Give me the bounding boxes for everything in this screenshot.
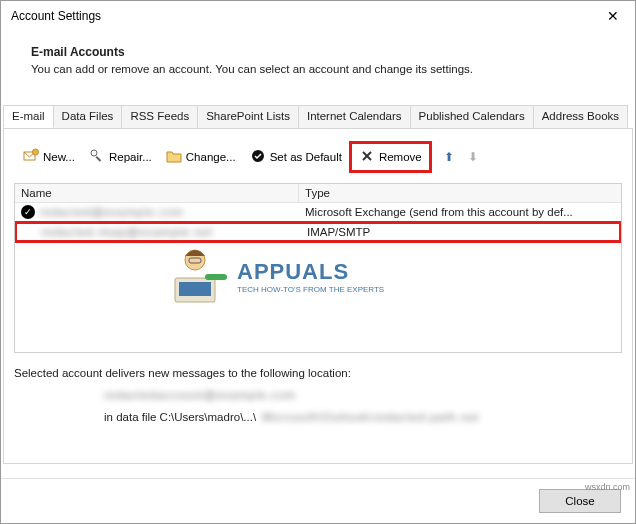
account-name-redacted: redacted@example.com <box>39 206 184 218</box>
default-check-icon: ✓ <box>21 205 35 219</box>
svg-rect-10 <box>189 258 201 263</box>
svg-rect-3 <box>96 156 102 162</box>
section-heading: E-mail Accounts <box>31 45 619 59</box>
tab-data-files[interactable]: Data Files <box>53 105 123 128</box>
svg-rect-8 <box>179 282 211 296</box>
move-up-icon[interactable]: ⬆ <box>440 148 458 166</box>
list-header: Name Type <box>15 184 621 203</box>
envelope-new-icon <box>23 148 39 166</box>
account-list: Name Type ✓ redacted@example.com Microso… <box>14 183 622 353</box>
tab-email[interactable]: E-mail <box>3 105 54 128</box>
repair-account-button[interactable]: Repair... <box>82 144 159 170</box>
move-down-icon[interactable]: ⬇ <box>464 148 482 166</box>
check-circle-icon <box>250 148 266 166</box>
window-close-button[interactable]: ✕ <box>591 1 635 31</box>
delivery-file-prefix: in data file C:\Users\madro\...\ <box>104 411 256 423</box>
svg-point-1 <box>33 149 39 155</box>
account-row[interactable]: redacted.imap@example.net IMAP/SMTP <box>17 224 619 240</box>
svg-rect-7 <box>175 278 215 302</box>
section-subtitle: You can add or remove an account. You ca… <box>31 63 619 75</box>
account-type: IMAP/SMTP <box>307 226 613 238</box>
close-button[interactable]: Close <box>539 489 621 513</box>
delivery-file-redacted: Microsoft\Outlook\redacted-path.ost <box>262 411 479 423</box>
delivery-location-label: Selected account delivers new messages t… <box>14 367 622 379</box>
delivery-account-redacted: redactedaccount@example.com <box>104 389 296 401</box>
tab-published-calendars[interactable]: Published Calendars <box>410 105 534 128</box>
appuals-logo-icon <box>165 244 231 308</box>
toolbar-label: Remove <box>379 151 422 163</box>
tab-sharepoint-lists[interactable]: SharePoint Lists <box>197 105 299 128</box>
change-account-button[interactable]: Change... <box>159 144 243 170</box>
delivery-file-path: in data file C:\Users\madro\...\ Microso… <box>104 411 622 423</box>
titlebar: Account Settings ✕ <box>1 1 635 31</box>
account-name-redacted: redacted.imap@example.net <box>41 226 213 238</box>
column-header-name[interactable]: Name <box>15 184 299 202</box>
new-account-button[interactable]: New... <box>16 144 82 170</box>
remove-button-highlight: Remove <box>349 141 432 173</box>
toolbar-label: New... <box>43 151 75 163</box>
toolbar: New... Repair... Change... <box>14 139 622 181</box>
email-tab-pane: New... Repair... Change... <box>3 128 633 464</box>
svg-point-2 <box>91 150 97 156</box>
delete-x-icon <box>359 148 375 166</box>
delivery-location-value: redactedaccount@example.com <box>104 389 622 401</box>
account-type: Microsoft Exchange (send from this accou… <box>305 206 615 218</box>
folder-gear-icon <box>166 148 182 166</box>
remove-account-button[interactable]: Remove <box>352 144 429 170</box>
watermark-brand: APPUALS <box>237 259 384 285</box>
appuals-watermark: APPUALS TECH HOW-TO'S FROM THE EXPERTS <box>165 244 384 308</box>
svg-rect-11 <box>205 274 227 280</box>
set-default-button[interactable]: Set as Default <box>243 144 349 170</box>
account-settings-window: Account Settings ✕ E-mail Accounts You c… <box>0 0 636 524</box>
account-row-highlight: redacted.imap@example.net IMAP/SMTP <box>14 221 622 243</box>
tab-strip: E-mail Data Files RSS Feeds SharePoint L… <box>3 105 633 128</box>
toolbar-label: Repair... <box>109 151 152 163</box>
tab-address-books[interactable]: Address Books <box>533 105 628 128</box>
toolbar-label: Change... <box>186 151 236 163</box>
watermark-tagline: TECH HOW-TO'S FROM THE EXPERTS <box>237 285 384 294</box>
account-row[interactable]: ✓ redacted@example.com Microsoft Exchang… <box>15 203 621 221</box>
wrench-gear-icon <box>89 148 105 166</box>
dialog-footer: Close <box>1 478 635 523</box>
toolbar-label: Set as Default <box>270 151 342 163</box>
tab-rss-feeds[interactable]: RSS Feeds <box>121 105 198 128</box>
svg-point-9 <box>185 250 205 270</box>
column-header-type[interactable]: Type <box>299 184 621 202</box>
window-title: Account Settings <box>11 9 101 23</box>
tab-internet-calendars[interactable]: Internet Calendars <box>298 105 411 128</box>
